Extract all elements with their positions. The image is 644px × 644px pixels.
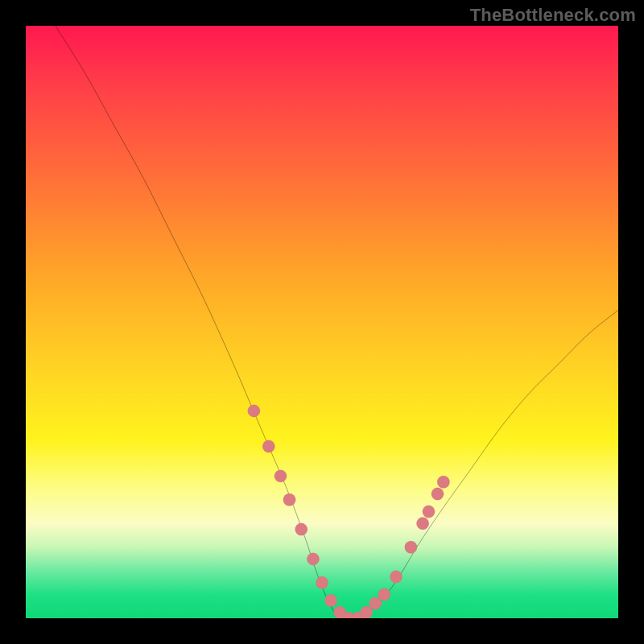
watermark-text: TheBottleneck.com: [470, 5, 636, 26]
plot-area: [26, 26, 618, 618]
curve-marker: [369, 597, 382, 609]
curve-marker: [378, 588, 390, 601]
curve-marker: [324, 594, 336, 606]
curve-marker: [405, 541, 417, 553]
bottleneck-curve: [56, 26, 618, 618]
curve-marker: [360, 606, 372, 618]
highlighted-points: [248, 405, 450, 618]
curve-marker: [390, 571, 402, 583]
chart-frame: TheBottleneck.com: [0, 0, 644, 644]
curve-marker: [283, 493, 295, 506]
curve-marker: [262, 440, 275, 452]
curve-marker: [437, 476, 449, 488]
curve-marker: [431, 488, 444, 500]
curve-marker: [295, 523, 308, 535]
chart-svg: [26, 26, 618, 618]
curve-marker: [307, 553, 319, 565]
curve-marker: [316, 576, 328, 588]
curve-marker: [275, 470, 287, 482]
curve-marker: [423, 506, 435, 518]
curve-marker: [416, 518, 428, 530]
curve-marker: [248, 405, 260, 417]
